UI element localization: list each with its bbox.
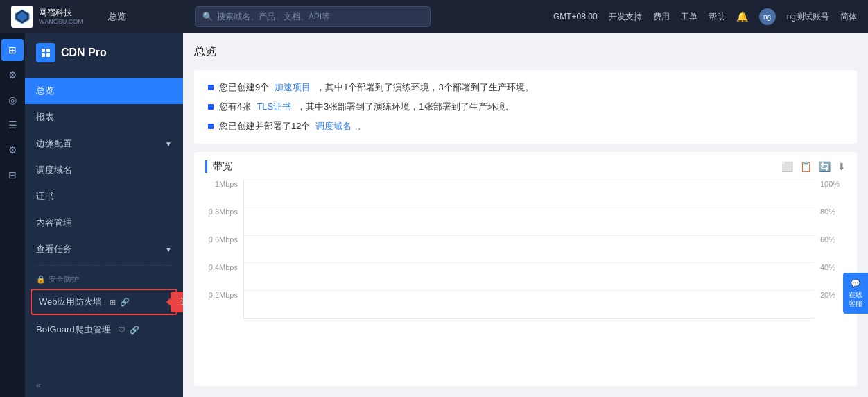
chat-icon: 💬 [851,279,860,287]
info-dot-1 [208,104,214,110]
tools-link[interactable]: 工单 [681,11,697,23]
float-customer-service[interactable]: 💬 在线客服 [843,273,868,314]
app-name: CDN Pro [61,47,107,59]
cdn-pro-icon [36,43,55,62]
svg-rect-5 [46,53,50,57]
info-row-0-link[interactable]: 加速项目 [275,81,311,94]
float-btn-label: 在线客服 [847,290,864,308]
waf-link-icon: 🔗 [120,298,130,307]
logo-area: 网宿科技 WANGSU.COM [11,6,94,28]
info-dot-2 [208,124,214,129]
sidebar-item-botguard[interactable]: BotGuard爬虫管理 🛡 🔗 [25,316,183,343]
view-tasks-arrow: ▼ [165,246,172,253]
search-placeholder: 搜索域名、产品、文档、API等 [217,11,330,23]
strip-item-grid[interactable]: ⊞ [1,39,24,61]
waf-tooltip[interactable]: 进入WAF控制台 [171,292,183,312]
sidebar-item-view-tasks-label: 查看任务 [36,243,72,255]
y-label-2: 0.6Mbps [209,235,238,244]
sidebar-item-dispatch-domain-label: 调度域名 [36,164,72,176]
sidebar-item-botguard-label: BotGuard爬虫管理 [36,323,111,336]
y-right-label-2: 60% [820,235,835,244]
refresh-icon[interactable]: 🔄 [819,161,831,172]
avatar: ng [759,8,776,25]
y-right-label-0: 100% [820,180,840,188]
y-right-label-1: 80% [820,208,835,216]
security-section-label: 🔒 安全防护 [25,269,183,287]
info-row-0: 您已创建9个 加速项目 ，其中1个部署到了演练环境，3个部署到了生产环境。 [208,81,843,94]
strip-item-list[interactable]: ☰ [1,114,24,136]
grid-line-4 [244,290,815,291]
sidebar-nav: 总览 报表 边缘配置 ▼ 调度域名 证书 [25,72,183,373]
info-row-0-prefix: 您已创建9个 [219,81,269,94]
info-row-1-prefix: 您有4张 [219,101,251,113]
chart-card: 带宽 ⬜ 📋 🔄 ⬇ 1Mbps 0.8Mbps 0.6Mbps 0.4Mbps… [194,152,857,386]
grid-line-2 [244,235,815,236]
waf-grid-icon: ⊞ [110,298,116,307]
copy-icon[interactable]: 📋 [800,161,812,172]
sidebar-item-certificate[interactable]: 证书 [25,183,183,210]
sidebar-divider [36,265,172,266]
botguard-link-icon: 🔗 [130,326,139,335]
expand-icon[interactable]: ⬜ [781,161,793,172]
info-row-0-suffix: ，其中1个部署到了演练环境，3个部署到了生产环境。 [316,81,533,94]
nav-overview[interactable]: 总览 [108,10,126,23]
edge-config-arrow: ▼ [165,140,172,148]
notification-icon[interactable]: 🔔 [736,11,748,22]
y-right-label-3: 40% [820,263,835,271]
strip-item-gear[interactable]: ⚙ [1,139,24,161]
botguard-shield-icon: 🛡 [118,326,125,334]
grid-line-3 [244,262,815,263]
chart-header: 带宽 ⬜ 📋 🔄 ⬇ [205,160,846,173]
svg-rect-4 [42,53,45,57]
billing-link[interactable]: 费用 [653,11,670,23]
page-title: 总览 [194,44,857,59]
sidebar-item-reports-label: 报表 [36,111,54,124]
search-bar[interactable]: 🔍 搜索域名、产品、文档、API等 [195,6,431,27]
sidebar-item-dispatch-domain[interactable]: 调度域名 [25,157,183,183]
sidebar-item-waf-label: Web应用防火墙 [39,296,103,308]
sidebar-item-content-mgmt[interactable]: 内容管理 [25,210,183,236]
sidebar-item-overview-label: 总览 [36,85,54,97]
strip-item-circle[interactable]: ◎ [1,89,24,111]
sidebar-header: CDN Pro [25,33,183,72]
info-row-1: 您有4张 TLS证书 ，其中3张部署到了演练环境，1张部署到了生产环境。 [208,101,843,113]
sidebar-collapse-button[interactable]: « [25,373,183,397]
collapse-icon: « [36,380,41,390]
lang-switch[interactable]: 简体 [840,11,857,23]
chart-title: 带宽 [205,160,232,173]
strip-item-settings[interactable]: ⚙ [1,64,24,86]
sidebar-item-overview[interactable]: 总览 [25,78,183,104]
top-navigation: 网宿科技 WANGSU.COM 总览 🔍 搜索域名、产品、文档、API等 GMT… [0,0,868,33]
y-label-1: 0.8Mbps [209,208,238,216]
y-axis-right: 100% 80% 60% 40% 20% [815,180,846,319]
info-card: 您已创建9个 加速项目 ，其中1个部署到了演练环境，3个部署到了生产环境。 您有… [194,70,857,144]
help-link[interactable]: 帮助 [709,11,725,23]
grid-line-0 [244,180,815,180]
top-right-area: GMT+08:00 开发支持 费用 工单 帮助 🔔 ng ng测试账号 简体 [553,8,857,25]
timezone-label: GMT+08:00 [553,12,598,22]
download-icon[interactable]: ⬇ [837,161,846,172]
strip-item-minus[interactable]: ⊟ [1,164,24,186]
logo-icon [11,6,33,28]
logo-text: 网宿科技 WANGSU.COM [39,8,83,25]
info-row-2: 您已创建并部署了12个 调度域名 。 [208,120,843,133]
sidebar-item-edge-config[interactable]: 边缘配置 ▼ [25,130,183,157]
info-row-1-link[interactable]: TLS证书 [257,101,291,113]
y-axis-left: 1Mbps 0.8Mbps 0.6Mbps 0.4Mbps 0.2Mbps [205,180,243,319]
info-row-2-link[interactable]: 调度域名 [315,120,351,133]
sidebar-item-waf[interactable]: Web应用防火墙 ⊞ 🔗 进入WAF控制台 [31,289,177,315]
grid-line-1 [244,208,815,208]
sidebar-item-view-tasks[interactable]: 查看任务 ▼ [25,236,183,262]
content-area: 总览 您已创建9个 加速项目 ，其中1个部署到了演练环境，3个部署到了生产环境。… [183,33,868,397]
chart-actions: ⬜ 📋 🔄 ⬇ [781,161,846,172]
username-label[interactable]: ng测试账号 [787,11,829,23]
info-row-2-prefix: 您已创建并部署了12个 [219,120,310,133]
chart-grid [243,180,815,319]
svg-rect-2 [42,49,45,52]
sidebar-item-certificate-label: 证书 [36,190,54,203]
sidebar-item-reports[interactable]: 报表 [25,104,183,130]
y-label-3: 0.4Mbps [209,263,238,271]
dev-support-link[interactable]: 开发支持 [609,11,642,23]
y-label-0: 1Mbps [215,180,238,188]
info-row-1-suffix: ，其中3张部署到了演练环境，1张部署到了生产环境。 [297,101,514,113]
